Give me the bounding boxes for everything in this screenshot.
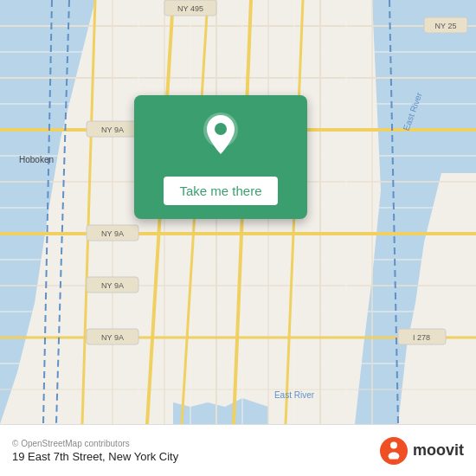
svg-point-60 — [215, 123, 227, 135]
svg-text:I 278: I 278 — [413, 333, 430, 342]
moovit-icon — [380, 437, 408, 465]
svg-point-62 — [390, 441, 397, 448]
svg-text:Hoboken: Hoboken — [19, 155, 54, 164]
address-attribution: © OpenStreetMap contributors 19 East 7th… — [12, 439, 178, 463]
svg-point-61 — [380, 437, 408, 465]
moovit-text: moovit — [413, 441, 464, 460]
moovit-logo: moovit — [380, 437, 464, 465]
pin-icon — [199, 111, 242, 163]
svg-text:East River: East River — [274, 390, 315, 400]
bottom-bar: © OpenStreetMap contributors 19 East 7th… — [0, 424, 476, 476]
pin-icon-container — [199, 111, 242, 166]
svg-text:NY 495: NY 495 — [177, 4, 203, 13]
svg-text:NY 25: NY 25 — [435, 22, 457, 30]
svg-text:NY 9A: NY 9A — [101, 333, 124, 342]
address-line: 19 East 7th Street, New York City — [12, 450, 178, 463]
svg-text:NY 9A: NY 9A — [101, 281, 124, 290]
svg-text:NY 9A: NY 9A — [101, 229, 124, 238]
copyright-text: © OpenStreetMap contributors — [12, 439, 178, 448]
take-me-there-button[interactable]: Take me there — [164, 177, 277, 205]
map-container: NY 9A NY 9A NY 9A NY 9A NY 495 NY 25 I 2… — [0, 0, 476, 424]
location-card[interactable]: Take me there — [134, 95, 307, 219]
svg-text:NY 9A: NY 9A — [101, 125, 124, 134]
